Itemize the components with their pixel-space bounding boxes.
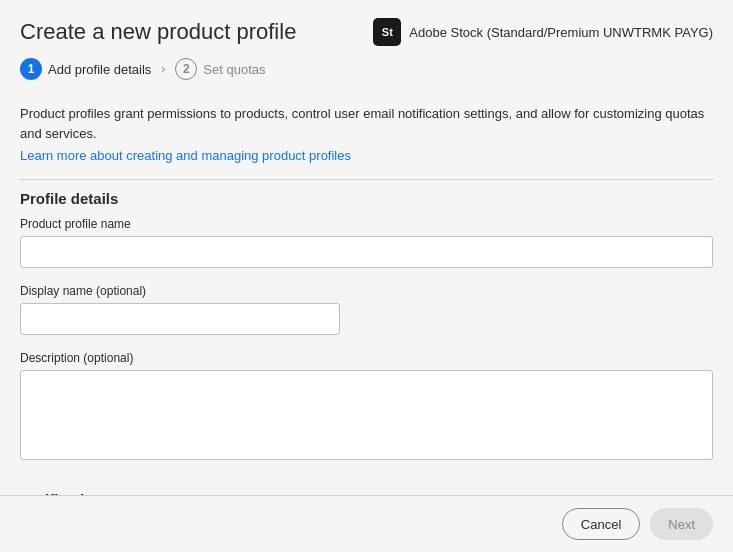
header: Create a new product profile St Adobe St… (0, 0, 733, 58)
step-1-label: Add profile details (48, 62, 151, 77)
field-group-description: Description (optional) (20, 351, 713, 463)
step-1: 1 Add profile details (20, 58, 151, 80)
main-content: Product profiles grant permissions to pr… (0, 92, 733, 495)
footer: Cancel Next (0, 495, 733, 552)
step-2-circle: 2 (175, 58, 197, 80)
steps-bar: 1 Add profile details › 2 Set quotas (0, 58, 733, 92)
page-title: Create a new product profile (20, 19, 296, 45)
cancel-button[interactable]: Cancel (562, 508, 640, 540)
product-name: Adobe Stock (Standard/Premium UNWTRMK PA… (409, 25, 713, 40)
field-label-description: Description (optional) (20, 351, 713, 365)
page-wrapper: Create a new product profile St Adobe St… (0, 0, 733, 552)
step-1-circle: 1 (20, 58, 42, 80)
profile-details-title: Profile details (20, 179, 713, 217)
notification-title: Notification (20, 479, 713, 495)
product-badge: St Adobe Stock (Standard/Premium UNWTRMK… (373, 18, 713, 46)
field-group-display-name: Display name (optional) (20, 284, 713, 335)
learn-more-link[interactable]: Learn more about creating and managing p… (20, 148, 351, 163)
profile-name-input[interactable] (20, 236, 713, 268)
field-label-profile-name: Product profile name (20, 217, 713, 231)
next-button[interactable]: Next (650, 508, 713, 540)
product-icon: St (373, 18, 401, 46)
display-name-input[interactable] (20, 303, 340, 335)
description-input[interactable] (20, 370, 713, 460)
step-2-label: Set quotas (203, 62, 265, 77)
step-separator: › (157, 62, 169, 76)
field-label-display-name: Display name (optional) (20, 284, 713, 298)
step-2: 2 Set quotas (175, 58, 265, 80)
field-group-profile-name: Product profile name (20, 217, 713, 268)
info-description: Product profiles grant permissions to pr… (20, 92, 713, 147)
scrollable-area[interactable]: Product profiles grant permissions to pr… (0, 92, 733, 495)
notification-section: Notification Notify users by email ⌄ (20, 479, 713, 495)
